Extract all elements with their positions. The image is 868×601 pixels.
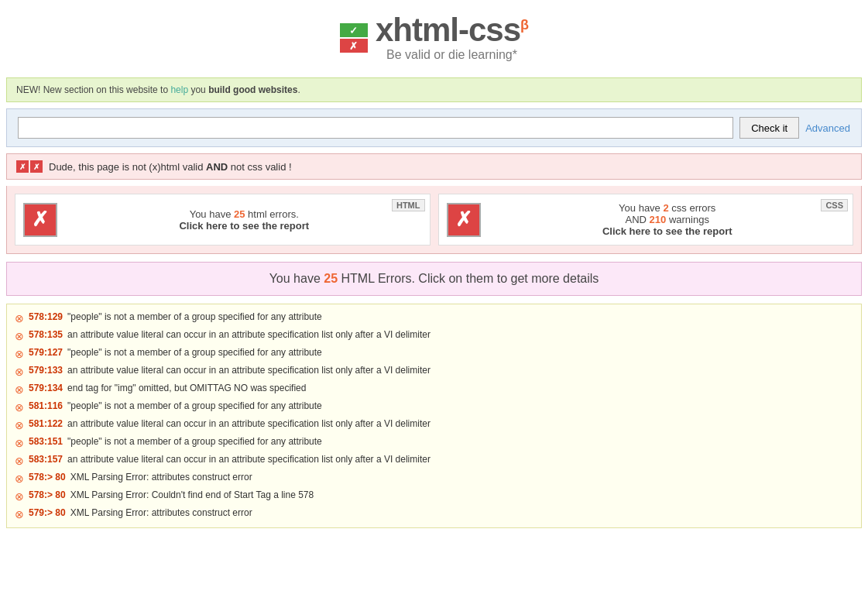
css-card[interactable]: ✗ You have 2 css errors AND 210 warnings… — [438, 194, 854, 246]
url-input[interactable] — [18, 117, 733, 139]
css-badge: CSS — [821, 199, 848, 211]
error-item[interactable]: ⊗583:157 an attribute value literal can … — [7, 452, 861, 469]
error-item[interactable]: ⊗578:> 80 XML Parsing Error: attributes … — [7, 469, 861, 487]
html-card-click-text: Click here to see the report — [67, 220, 422, 232]
error-item[interactable]: ⊗583:151 "people" is not a member of a g… — [7, 434, 861, 452]
error-item[interactable]: ⊗579:134 end tag for "img" omitted, but … — [7, 380, 861, 398]
error-message: "people" is not a member of a group spec… — [67, 311, 322, 322]
logo-right: xhtml-cssβ Be valid or die learning* — [376, 14, 528, 62]
error-location[interactable]: 583:151 — [29, 436, 63, 447]
html-card-line1: You have 25 html errors. — [67, 208, 422, 220]
error-location[interactable]: 579:133 — [29, 365, 63, 376]
error-location[interactable]: 579:> 80 — [29, 507, 66, 518]
green-banner: NEW! New section on this website to help… — [6, 77, 862, 102]
status-x-icon-1: ✗ — [16, 160, 29, 173]
error-circle-icon: ⊗ — [15, 366, 24, 378]
cards-row: ✗ You have 25 html errors. Click here to… — [6, 186, 862, 254]
banner-text-prefix: NEW! New section on this website to — [16, 84, 170, 95]
error-location[interactable]: 579:134 — [29, 383, 63, 393]
status-text: Dude, this page is not (x)html valid AND… — [49, 161, 292, 173]
error-message: an attribute value literal can occur in … — [67, 329, 431, 340]
errors-summary: You have 25 HTML Errors. Click on them t… — [6, 262, 862, 296]
error-message: "people" is not a member of a group spec… — [67, 436, 322, 447]
errors-summary-count: 25 — [324, 272, 338, 285]
error-message: XML Parsing Error: attributes construct … — [70, 472, 252, 483]
error-circle-icon: ⊗ — [15, 508, 24, 520]
error-location[interactable]: 578:> 80 — [29, 489, 66, 500]
error-circle-icon: ⊗ — [15, 437, 24, 449]
logo-text: xhtml-cssβ — [376, 14, 528, 46]
error-message: "people" is not a member of a group spec… — [67, 400, 322, 411]
error-message: end tag for "img" omitted, but OMITTAG N… — [67, 383, 306, 393]
error-message: an attribute value literal can occur in … — [67, 454, 431, 465]
x-icon: ✗ — [340, 39, 368, 53]
error-message: XML Parsing Error: attributes construct … — [70, 507, 252, 518]
error-message: an attribute value literal can occur in … — [67, 418, 431, 429]
error-location[interactable]: 578:129 — [29, 311, 63, 322]
error-location[interactable]: 578:> 80 — [29, 472, 66, 483]
html-badge: HTML — [392, 199, 425, 211]
error-circle-icon: ⊗ — [15, 401, 24, 414]
advanced-link[interactable]: Advanced — [805, 122, 850, 134]
css-card-x-icon: ✗ — [447, 203, 481, 237]
error-message: XML Parsing Error: Couldn't find end of … — [70, 489, 314, 500]
error-circle-icon: ⊗ — [15, 312, 24, 325]
error-circle-icon: ⊗ — [15, 455, 24, 467]
error-circle-icon: ⊗ — [15, 383, 24, 396]
error-location[interactable]: 581:122 — [29, 418, 63, 429]
error-circle-icon: ⊗ — [15, 490, 24, 503]
error-item[interactable]: ⊗579:133 an attribute value literal can … — [7, 362, 861, 380]
error-circle-icon: ⊗ — [15, 472, 24, 485]
logo-icon: ✓ ✗ — [340, 23, 368, 53]
error-item[interactable]: ⊗578:135 an attribute value literal can … — [7, 327, 861, 345]
html-card-text: You have 25 html errors. Click here to s… — [67, 208, 422, 232]
status-x-icon-2: ✗ — [30, 160, 43, 173]
error-message: "people" is not a member of a group spec… — [67, 347, 322, 358]
check-button[interactable]: Check it — [739, 117, 799, 139]
status-bar: ✗ ✗ Dude, this page is not (x)html valid… — [6, 153, 862, 180]
css-card-line1: You have 2 css errors — [490, 202, 846, 214]
logo-tagline: Be valid or die learning* — [376, 48, 528, 62]
css-card-text: You have 2 css errors AND 210 warnings C… — [490, 202, 846, 237]
header: ✓ ✗ xhtml-cssβ Be valid or die learning* — [0, 0, 868, 71]
html-error-count: 25 — [234, 208, 245, 220]
status-and: AND — [206, 161, 228, 173]
css-error-count: 2 — [663, 202, 668, 214]
error-location[interactable]: 579:127 — [29, 347, 63, 358]
banner-text-middle: you — [188, 84, 208, 95]
error-message: an attribute value literal can occur in … — [67, 365, 431, 376]
banner-help-link[interactable]: help — [170, 84, 188, 95]
error-item[interactable]: ⊗578:129 "people" is not a member of a g… — [7, 309, 861, 327]
error-item[interactable]: ⊗579:> 80 XML Parsing Error: attributes … — [7, 505, 861, 523]
error-list: ⊗578:129 "people" is not a member of a g… — [6, 304, 862, 528]
error-circle-icon: ⊗ — [15, 419, 24, 431]
banner-bold-text: build good websites — [208, 84, 297, 95]
banner-text-suffix: . — [297, 84, 300, 95]
status-icons: ✗ ✗ — [16, 160, 43, 173]
error-location[interactable]: 583:157 — [29, 454, 63, 465]
error-location[interactable]: 581:116 — [29, 400, 63, 411]
error-item[interactable]: ⊗581:122 an attribute value literal can … — [7, 416, 861, 434]
html-card[interactable]: ✗ You have 25 html errors. Click here to… — [15, 194, 431, 246]
error-item[interactable]: ⊗578:> 80 XML Parsing Error: Couldn't fi… — [7, 487, 861, 505]
search-bar: Check it Advanced — [6, 108, 862, 147]
css-card-click-text: Click here to see the report — [490, 225, 846, 237]
error-item[interactable]: ⊗579:127 "people" is not a member of a g… — [7, 345, 861, 362]
check-icon: ✓ — [340, 23, 368, 37]
css-card-line2: AND 210 warnings — [490, 214, 846, 225]
error-item[interactable]: ⊗581:116 "people" is not a member of a g… — [7, 398, 861, 416]
error-location[interactable]: 578:135 — [29, 329, 63, 340]
css-warning-count: 210 — [650, 214, 667, 225]
html-card-x-icon: ✗ — [23, 203, 57, 237]
error-circle-icon: ⊗ — [15, 330, 24, 342]
error-circle-icon: ⊗ — [15, 348, 24, 360]
